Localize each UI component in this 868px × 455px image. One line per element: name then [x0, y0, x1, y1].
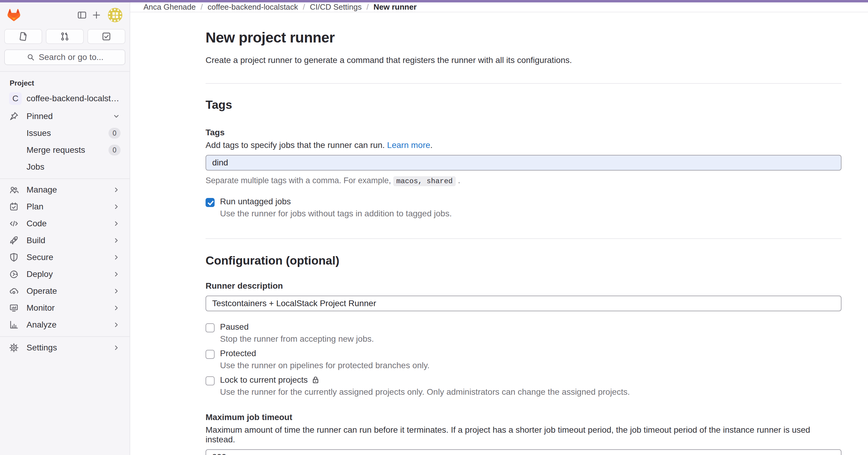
sidebar-item-label: Code [27, 219, 112, 228]
calendar-icon [9, 202, 19, 212]
lock-projects-desc: Use the runner for the currently assigne… [220, 387, 841, 397]
protected-label[interactable]: Protected [220, 349, 256, 358]
lock-icon [311, 376, 320, 384]
sidebar-item-label: Secure [27, 253, 112, 262]
divider [206, 83, 841, 84]
tags-field-label: Tags [206, 128, 841, 137]
breadcrumb-project[interactable]: coffee-backend-localstack [208, 2, 298, 12]
sidebar-item-operate[interactable]: Operate [4, 283, 125, 299]
sidebar-item-label: Analyze [27, 320, 112, 330]
sidebar-item-monitor[interactable]: Monitor [4, 299, 125, 316]
todo-shortcut-button[interactable] [87, 29, 125, 44]
divider [0, 71, 130, 72]
sidebar-item-jobs[interactable]: Jobs [4, 159, 125, 175]
user-avatar[interactable] [108, 8, 122, 22]
search-input[interactable]: Search or go to... [4, 50, 125, 65]
breadcrumb-cicd-settings[interactable]: CI/CD Settings [310, 2, 362, 12]
tags-section-title: Tags [206, 98, 841, 111]
sidebar-item-label: Issues [27, 128, 108, 138]
sidebar-item-label: Settings [27, 343, 112, 353]
breadcrumb-separator: / [200, 2, 203, 12]
lock-projects-label[interactable]: Lock to current projects [220, 375, 320, 385]
sidebar-item-build[interactable]: Build [4, 232, 125, 249]
issues-shortcut-button[interactable] [4, 29, 42, 44]
lock-projects-checkbox[interactable] [206, 376, 215, 385]
merge-request-icon [60, 31, 70, 41]
lock-projects-label-text: Lock to current projects [220, 375, 308, 385]
chevron-right-icon [112, 236, 121, 245]
shield-icon [9, 253, 19, 262]
chevron-down-icon [112, 112, 121, 121]
sidebar-item-label: Deploy [27, 269, 112, 279]
sidebar-item-settings[interactable]: Settings [4, 339, 125, 356]
timeout-input[interactable] [206, 449, 841, 455]
sidebar-item-issues[interactable]: Issues 0 [4, 125, 125, 142]
sidebar-item-secure[interactable]: Secure [4, 249, 125, 266]
tags-example-suffix: . [458, 176, 461, 185]
tags-example-code: macos, shared [393, 176, 456, 186]
sidebar-item-merge-requests[interactable]: Merge requests 0 [4, 142, 125, 159]
chevron-right-icon [112, 304, 121, 312]
divider [0, 178, 130, 179]
chevron-right-icon [112, 186, 121, 194]
merge-requests-shortcut-button[interactable] [46, 29, 84, 44]
gitlab-logo-icon [7, 9, 21, 22]
sidebar-item-label: Monitor [27, 303, 112, 313]
project-avatar: C [9, 92, 22, 105]
divider [206, 238, 841, 239]
paused-label[interactable]: Paused [220, 322, 249, 332]
paused-checkbox[interactable] [206, 323, 215, 332]
chevron-right-icon [112, 344, 121, 352]
search-label: Search or go to... [39, 53, 104, 62]
sidebar-toggle-button[interactable] [75, 8, 89, 22]
breadcrumb-user[interactable]: Anca Ghenade [144, 2, 195, 12]
tags-input[interactable] [206, 155, 841, 170]
gear-icon [9, 343, 19, 353]
tags-help-suffix: . [430, 140, 433, 150]
chevron-right-icon [112, 253, 121, 262]
sidebar-item-plan[interactable]: Plan [4, 198, 125, 215]
protected-checkbox[interactable] [206, 350, 215, 359]
code-icon [9, 219, 19, 228]
chevron-right-icon [112, 287, 121, 295]
runner-description-input[interactable] [206, 296, 841, 311]
window-accent-bar [0, 0, 868, 2]
create-new-button[interactable] [89, 8, 104, 22]
sidebar-item-pinned[interactable]: Pinned [4, 108, 125, 125]
users-icon [9, 185, 19, 195]
search-icon [26, 53, 35, 62]
sidebar-item-project[interactable]: C coffee-backend-localstack [4, 89, 125, 108]
run-untagged-checkbox[interactable] [206, 198, 215, 207]
chevron-right-icon [112, 202, 121, 211]
sidebar-item-label: Manage [27, 185, 112, 195]
issues-icon [18, 31, 28, 41]
runner-description-label: Runner description [206, 281, 841, 291]
breadcrumb: Anca Ghenade / coffee-backend-localstack… [130, 2, 868, 12]
sidebar-item-label: Build [27, 236, 112, 245]
divider [0, 336, 130, 337]
rocket-icon [9, 236, 19, 245]
sidebar-item-label: Operate [27, 286, 112, 296]
sidebar-item-deploy[interactable]: Deploy [4, 266, 125, 283]
learn-more-link[interactable]: Learn more [387, 140, 430, 150]
monitor-icon [9, 303, 19, 313]
todo-icon [101, 31, 112, 41]
tags-example-prefix: Separate multiple tags with a comma. For… [206, 176, 391, 185]
tags-help-text: Add tags to specify jobs that the runner… [206, 140, 385, 150]
sidebar-item-code[interactable]: Code [4, 215, 125, 232]
sidebar-item-manage[interactable]: Manage [4, 182, 125, 198]
sidebar-item-label: Plan [27, 202, 112, 212]
sidebar-item-label: Pinned [27, 111, 112, 121]
sidebar-item-analyze[interactable]: Analyze [4, 316, 125, 333]
merge-requests-count-badge: 0 [108, 144, 121, 156]
breadcrumb-separator: / [367, 2, 369, 12]
run-untagged-label[interactable]: Run untagged jobs [220, 197, 291, 206]
config-section-title: Configuration (optional) [206, 254, 841, 267]
cloud-pod-icon [9, 286, 19, 296]
main-content: Anca Ghenade / coffee-backend-localstack… [130, 2, 868, 455]
deploy-icon [9, 269, 19, 279]
breadcrumb-separator: / [303, 2, 305, 12]
issues-count-badge: 0 [108, 128, 121, 139]
chevron-right-icon [112, 270, 121, 279]
page-subtitle: Create a project runner to generate a co… [206, 56, 841, 65]
